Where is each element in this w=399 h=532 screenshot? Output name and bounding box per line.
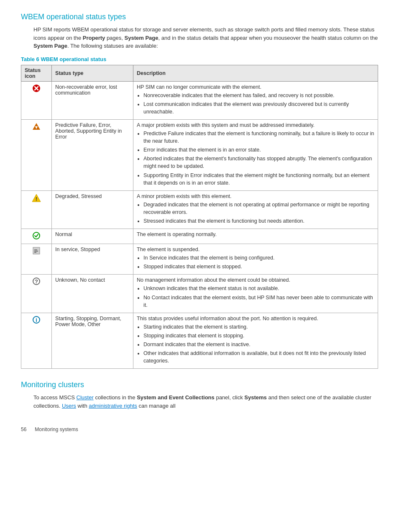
status-icon-unknown: ? — [21, 275, 52, 313]
status-type-info: Starting, Stopping, Dormant, Power Mode,… — [52, 313, 133, 369]
status-icon-info: i — [21, 313, 52, 369]
svg-text:!: ! — [36, 196, 37, 202]
status-desc-warning: A major problem exists with this system … — [133, 119, 378, 190]
cluster-link[interactable]: Cluster — [77, 394, 94, 401]
monitoring-title: Monitoring clusters — [21, 380, 378, 389]
monitoring-intro: To access MSCS Cluster collections in th… — [33, 393, 378, 410]
status-desc-info: This status provides useful information … — [133, 313, 378, 369]
wbem-intro: HP SIM reports WBEM operational status f… — [33, 26, 378, 50]
status-type-service: In service, Stopped — [52, 244, 133, 275]
table-row: ! Degraded, Stressed A minor problem exi… — [21, 190, 378, 229]
wbem-status-table: Status icon Status type Description Non-… — [21, 65, 378, 369]
bold-system-event: System and Event Collections — [137, 394, 215, 401]
bold-system-page-1: System Page — [125, 35, 159, 41]
page-footer: 56 Monitoring systems — [21, 427, 378, 432]
table-row: Non-recoverable error, lost communicatio… — [21, 81, 378, 119]
users-link[interactable]: Users — [62, 403, 76, 409]
status-icon-service — [21, 244, 52, 275]
svg-text:?: ? — [35, 278, 38, 285]
svg-point-7 — [33, 232, 40, 239]
footer-label: Monitoring systems — [35, 427, 78, 432]
status-icon-warning: ▼ — [21, 119, 52, 190]
bold-systems: Systems — [244, 394, 266, 401]
col-header-type: Status type — [52, 65, 133, 81]
table-title: Table 6 WBEM operational status — [21, 56, 378, 62]
svg-rect-8 — [33, 247, 40, 254]
status-type-error: Non-recoverable error, lost communicatio… — [52, 81, 133, 119]
admin-rights-link[interactable]: administrative rights — [89, 403, 137, 409]
table-header-row: Status icon Status type Description — [21, 65, 378, 81]
bold-system-page-2: System Page — [33, 43, 67, 49]
col-header-icon: Status icon — [21, 65, 52, 81]
page-number: 56 — [21, 427, 26, 432]
status-type-caution: Degraded, Stressed — [52, 190, 133, 229]
table-row: ▼ Predictive Failure, Error, Aborted, Su… — [21, 119, 378, 190]
status-desc-unknown: No management information about the elem… — [133, 275, 378, 313]
status-type-warning: Predictive Failure, Error, Aborted, Supp… — [52, 119, 133, 190]
bold-property: Property — [83, 35, 105, 41]
col-header-desc: Description — [133, 65, 378, 81]
status-desc-error: HP SIM can no longer communicate with th… — [133, 81, 378, 119]
status-icon-error — [21, 81, 52, 119]
svg-text:i: i — [36, 317, 37, 323]
svg-text:▼: ▼ — [34, 125, 39, 130]
status-icon-normal — [21, 229, 52, 244]
wbem-section: WBEM operational status types HP SIM rep… — [21, 13, 378, 369]
table-row: i Starting, Stopping, Dormant, Power Mod… — [21, 313, 378, 369]
status-type-unknown: Unknown, No contact — [52, 275, 133, 313]
status-icon-caution: ! — [21, 190, 52, 229]
status-desc-caution: A minor problem exists with this element… — [133, 190, 378, 229]
table-row: In service, Stopped The element is suspe… — [21, 244, 378, 275]
status-type-normal: Normal — [52, 229, 133, 244]
table-row: Normal The element is operating normally… — [21, 229, 378, 244]
status-desc-normal: The element is operating normally. — [133, 229, 378, 244]
monitoring-section: Monitoring clusters To access MSCS Clust… — [21, 380, 378, 410]
table-row: ? Unknown, No contact No management info… — [21, 275, 378, 313]
status-desc-service: The element is suspended. In Service ind… — [133, 244, 378, 275]
wbem-title: WBEM operational status types — [21, 13, 378, 21]
